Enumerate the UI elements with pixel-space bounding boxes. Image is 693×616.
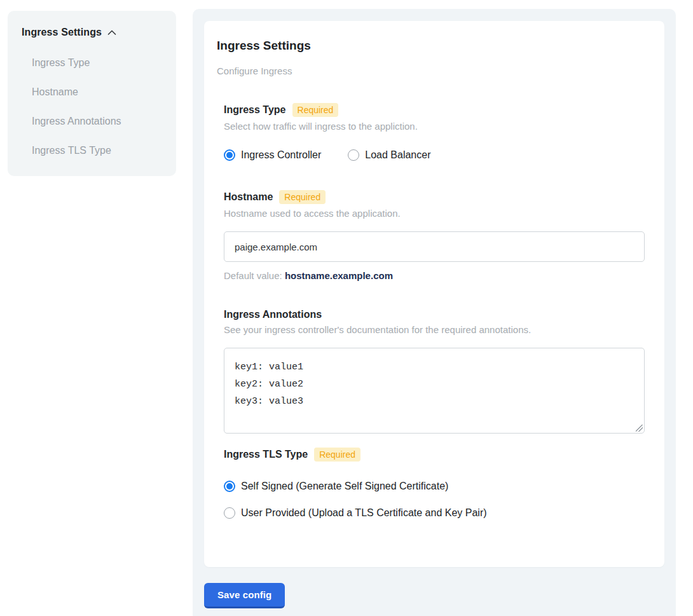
ingress-type-radio-group: Ingress Controller Load Balancer [224,149,645,161]
hostname-default-line: Default value: hostname.example.com [224,270,645,281]
radio-unselected-icon[interactable] [224,507,235,519]
card-title: Ingress Settings [217,39,652,53]
ingress-type-description: Select how traffic will ingress to the a… [224,121,645,132]
annotations-textarea-wrap: key1: value1 key2: value2 key3: value3 [224,348,645,434]
settings-panel: Ingress Settings Configure Ingress Ingre… [193,9,676,616]
ingress-tls-type-label: Ingress TLS Type [224,449,308,460]
field-ingress-annotations: Ingress Annotations See your ingress con… [224,309,645,434]
sidebar-group-ingress-settings[interactable]: Ingress Settings [22,26,163,39]
radio-option-user-provided[interactable]: User Provided (Upload a TLS Certificate … [224,507,645,519]
radio-option-load-balancer[interactable]: Load Balancer [348,149,430,161]
sidebar: Ingress Settings Ingress Type Hostname I… [8,11,176,176]
radio-option-self-signed[interactable]: Self Signed (Generate Self Signed Certif… [224,481,645,492]
sidebar-item-ingress-type[interactable]: Ingress Type [22,58,163,68]
field-head-ingress-type: Ingress Type Required [224,103,645,117]
sidebar-nav: Ingress Type Hostname Ingress Annotation… [22,58,163,156]
hostname-description: Hostname used to access the application. [224,208,645,219]
field-hostname: Hostname Required Hostname used to acces… [224,190,645,281]
chevron-up-icon[interactable] [107,27,117,39]
textarea-resize-handle[interactable] [636,425,643,432]
card-subtitle: Configure Ingress [217,65,652,76]
sidebar-group-title: Ingress Settings [22,27,102,38]
field-ingress-tls-type: Ingress TLS Type Required Self Signed (G… [224,448,645,519]
save-config-button[interactable]: Save config [204,583,285,608]
default-value-prefix: Default value: [224,270,282,281]
required-badge: Required [314,448,360,462]
hostname-input[interactable] [224,231,645,262]
ingress-settings-card: Ingress Settings Configure Ingress Ingre… [204,21,664,567]
page: Ingress Settings Ingress Type Hostname I… [0,0,693,616]
required-badge: Required [292,103,339,117]
radio-selected-icon[interactable] [224,481,235,492]
field-head-ingress-tls-type: Ingress TLS Type Required [224,448,645,462]
radio-label-ingress-controller: Ingress Controller [241,149,321,161]
sidebar-item-hostname[interactable]: Hostname [22,87,163,97]
field-head-ingress-annotations: Ingress Annotations [224,309,645,320]
hostname-label: Hostname [224,191,273,203]
annotations-textarea[interactable]: key1: value1 key2: value2 key3: value3 [224,348,645,434]
ingress-annotations-label: Ingress Annotations [224,309,322,320]
radio-selected-icon[interactable] [224,149,235,161]
radio-unselected-icon[interactable] [348,149,359,161]
sidebar-item-ingress-annotations[interactable]: Ingress Annotations [22,116,163,127]
field-ingress-type: Ingress Type Required Select how traffic… [224,103,645,161]
radio-label-user-provided: User Provided (Upload a TLS Certificate … [241,507,487,519]
default-value-text: hostname.example.com [285,270,393,281]
ingress-type-label: Ingress Type [224,104,286,116]
field-head-hostname: Hostname Required [224,190,645,204]
radio-option-ingress-controller[interactable]: Ingress Controller [224,149,321,161]
radio-label-load-balancer: Load Balancer [365,149,430,161]
sidebar-item-ingress-tls-type[interactable]: Ingress TLS Type [22,146,163,156]
ingress-annotations-description: See your ingress controller's documentat… [224,324,645,335]
required-badge: Required [279,190,326,204]
radio-label-self-signed: Self Signed (Generate Self Signed Certif… [241,481,448,492]
